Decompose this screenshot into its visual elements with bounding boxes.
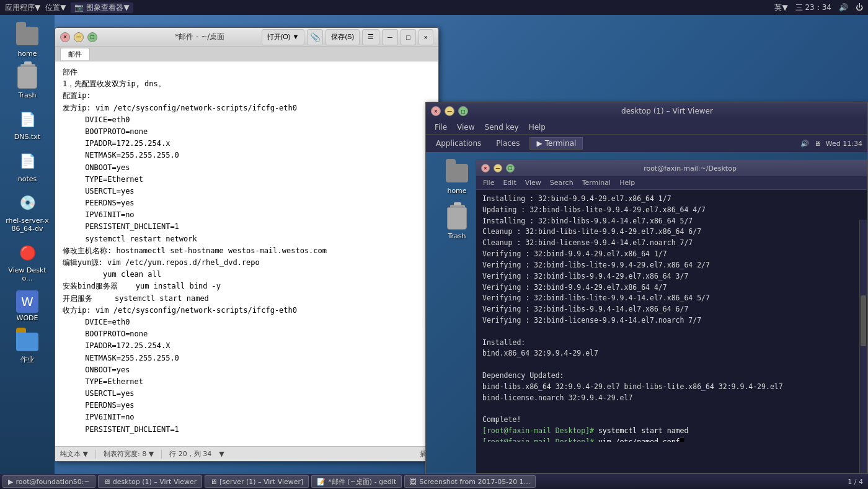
wode-icon: W	[16, 290, 38, 313]
app-menu[interactable]: 应用程序▼	[5, 2, 40, 13]
trash-icon	[15, 65, 40, 90]
desktop-icon-trash[interactable]: Trash	[2, 63, 52, 102]
terminal-scrollbar-thumb[interactable]	[861, 295, 866, 346]
virt-menu-help[interactable]: Help	[525, 122, 549, 133]
terminal-close-button[interactable]: ×	[481, 164, 490, 173]
terminal-menu-terminal[interactable]: Terminal	[579, 178, 614, 187]
dns-file-icon: 📄	[15, 107, 40, 132]
taskbar-icon-0: ▶	[8, 478, 13, 486]
virt-inner-volume[interactable]: 🔊	[800, 140, 809, 148]
virt-maximize-button[interactable]: □	[458, 106, 468, 116]
camera-icon: 📷	[74, 3, 84, 12]
power-icon[interactable]: ⏻	[856, 3, 863, 12]
virt-trash-icon[interactable]: Trash	[432, 204, 482, 243]
view-desktop-icon: 🔴	[15, 240, 40, 265]
terminal-installed-header: Installed:	[482, 338, 854, 349]
gedit-position-arrow[interactable]: ▼	[219, 450, 224, 458]
language-selector[interactable]: 英▼	[774, 2, 787, 13]
terminal-prompt-2: [root@faxin-mail Desktop]# vim /etc/name…	[482, 437, 854, 442]
terminal-icon: ▶	[536, 139, 542, 148]
zuoye-icon-label: 作业	[20, 356, 34, 364]
terminal-line-1: Installing : 32:bind-9.9.4-29.el7.x86_64…	[482, 194, 854, 205]
terminal-body[interactable]: Installing : 32:bind-9.9.4-29.el7.x86_64…	[476, 190, 867, 442]
terminal-menu-bar: File Edit View Search Terminal Help	[476, 176, 867, 190]
desktop-icon-rhel[interactable]: 💿 rhel-server-x86_64-dv	[2, 188, 52, 235]
terminal-complete: Complete!	[482, 415, 854, 426]
terminal-titlebar: × ─ □ root@faxin-mail:~/Desktop	[476, 160, 867, 176]
virt-trash-bin-icon	[445, 206, 469, 231]
desktop-icon-notes[interactable]: 📄 notes	[2, 146, 52, 186]
home-icon-label: home	[17, 50, 37, 58]
gedit-menu-button[interactable]: ☰	[362, 29, 379, 45]
virt-inner-screen-icon: 🖥	[814, 140, 821, 148]
taskbar-label-3: *邮件 (~桌面) - gedit	[328, 477, 396, 487]
gedit-window-close-button[interactable]: ×	[418, 29, 433, 45]
gedit-text-content[interactable]: 部件 1，先配置收发双方ip, dns。 配置ip: 发方ip: vim /et…	[55, 61, 438, 446]
gedit-window: × ─ □ *邮件 - ~/桌面 打开(O) ▼ 📎 保存(S) ☰ ─ □ ×…	[55, 27, 439, 462]
virt-menu-sendkey[interactable]: Send key	[481, 122, 523, 133]
terminal-scrollbar[interactable]	[859, 220, 867, 473]
taskbar-label-2: [server (1) – Virt Viewer]	[219, 478, 303, 486]
terminal-menu-file[interactable]: File	[480, 178, 497, 187]
terminal-installed-pkg: bind.x86_64 32:9.9.4-29.el7	[482, 348, 854, 359]
terminal-line-8: Verifying : 32:bind-libs-9.9.4-29.el7.x8…	[482, 271, 854, 282]
location-menu[interactable]: 位置▼	[45, 2, 66, 13]
taskbar-item-1[interactable]: 🖥 desktop (1) – Virt Viewer	[98, 475, 203, 488]
gedit-save-button[interactable]: 保存(S)	[326, 29, 360, 45]
gedit-open-button[interactable]: 打开(O) ▼	[262, 29, 305, 45]
taskbar-icon-2: 🖥	[210, 478, 217, 486]
terminal-line-9: Verifying : 32:bind-9.9.4-29.el7.x86_64 …	[482, 282, 854, 294]
terminal-dep-header: Dependency Updated:	[482, 370, 854, 382]
virt-menu-view[interactable]: View	[453, 122, 478, 133]
rhel-disc-icon: 💿	[15, 191, 40, 215]
virt-minimize-button[interactable]: ─	[445, 106, 454, 116]
virt-trash-label: Trash	[448, 232, 466, 240]
desktop-icon-dns[interactable]: 📄 DNS.txt	[2, 104, 52, 143]
gedit-tab-width-selector[interactable]: 制表符宽度: 8 ▼	[104, 449, 154, 459]
terminal-minimize-button[interactable]: ─	[494, 164, 502, 173]
camera-app-menu[interactable]: 📷 图象查看器▼	[71, 2, 133, 13]
taskbar-item-2[interactable]: 🖥 [server (1) – Virt Viewer]	[205, 475, 309, 488]
terminal-menu-search[interactable]: Search	[547, 178, 577, 187]
volume-icon[interactable]: 🔊	[839, 3, 848, 12]
desktop-icon-wode[interactable]: W WODE	[2, 288, 52, 325]
taskbar-item-3[interactable]: 📝 *邮件 (~桌面) - gedit	[311, 475, 402, 488]
terminal-menu-edit[interactable]: Edit	[500, 178, 519, 187]
terminal-window: × ─ □ root@faxin-mail:~/Desktop File Edi…	[476, 159, 867, 473]
virt-inner-desktop: Applications Places ▶ Terminal 🔊 🖥 Wed 1…	[426, 135, 867, 473]
taskbar-item-4[interactable]: 🖼 Screenshot from 2017-05-20 1...	[404, 475, 536, 488]
gedit-tab-mail[interactable]: 邮件	[60, 48, 90, 60]
terminal-menu-help[interactable]: Help	[616, 178, 638, 187]
dns-icon-label: DNS.txt	[14, 133, 40, 141]
virt-viewer-menu-bar: File View Send key Help	[426, 120, 867, 135]
taskbar-item-0[interactable]: ▶ root@foundation50:~	[2, 475, 95, 488]
virt-menu-file[interactable]: File	[431, 122, 451, 133]
gedit-minimize-button[interactable]: ─	[74, 32, 84, 42]
taskbar-icon-4: 🖼	[410, 478, 417, 486]
desktop-icon-zuoye[interactable]: 作业	[2, 327, 52, 366]
virt-home-icon[interactable]: home	[432, 158, 482, 197]
gedit-format-selector[interactable]: 纯文本 ▼	[60, 449, 88, 459]
terminal-line-12: Verifying : 32:bind-license-9.9.4-14.el7…	[482, 315, 854, 326]
virt-terminal-button[interactable]: ▶ Terminal	[529, 137, 583, 150]
camera-app-label: 图象查看器▼	[86, 2, 129, 13]
terminal-menu-view[interactable]: View	[522, 178, 544, 187]
gedit-window-min-button[interactable]: ─	[382, 29, 398, 45]
gedit-window-max-button[interactable]: □	[401, 29, 416, 45]
virt-viewer-title: desktop (1) – Virt Viewer	[472, 107, 862, 115]
terminal-maximize-button[interactable]: □	[506, 164, 515, 173]
virt-places-button[interactable]: Places	[491, 138, 525, 149]
gedit-maximize-button[interactable]: □	[87, 32, 97, 42]
gedit-attachment-button[interactable]: 📎	[307, 29, 323, 45]
gedit-window-title: *邮件 - ~/桌面	[142, 32, 258, 42]
desktop-icon-view-desktop[interactable]: 🔴 View Deskto...	[2, 238, 52, 285]
terminal-content-area: Installing : 32:bind-9.9.4-29.el7.x86_64…	[476, 190, 867, 473]
system-time: 三 23：34	[795, 2, 831, 13]
virt-apps-button[interactable]: Applications	[431, 138, 486, 149]
terminal-line-5: Cleanup : 32:bind-license-9.9.4-14.el7.n…	[482, 238, 854, 249]
virt-close-button[interactable]: ×	[431, 106, 441, 116]
notes-icon-label: notes	[18, 175, 37, 183]
terminal-line-3: Installing : 32:bind-libs-9.9.4-14.el7.x…	[482, 216, 854, 227]
gedit-close-button[interactable]: ×	[60, 32, 70, 42]
desktop-icon-home[interactable]: home	[2, 21, 52, 60]
